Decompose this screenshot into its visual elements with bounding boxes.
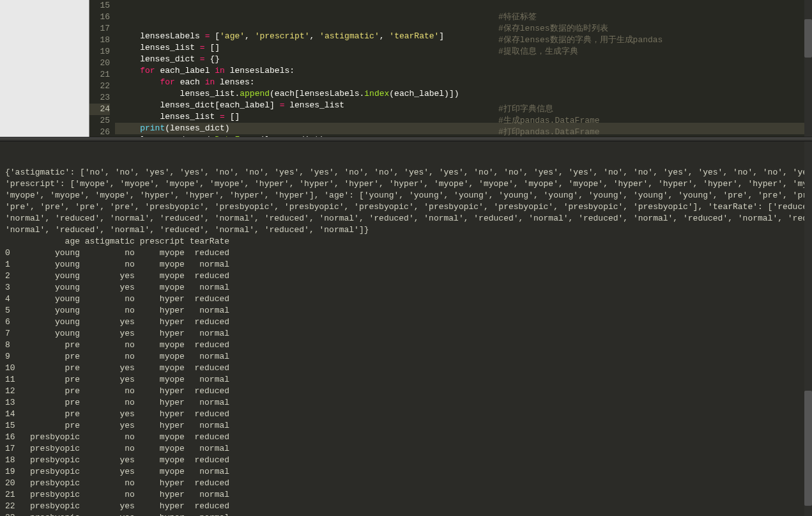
output-table-row: 22 presbyopic yes hyper reduced — [5, 501, 807, 512]
code-comment — [498, 81, 663, 92]
output-table-row: 8 pre no myope reduced — [5, 340, 807, 351]
output-table-row: 13 pre no hyper normal — [5, 397, 807, 409]
output-table-row: 2 young yes myope reduced — [5, 270, 807, 282]
line-number: 24 — [89, 104, 110, 115]
line-number: 19 — [89, 46, 110, 58]
output-table-row: 7 young yes hyper normal — [5, 328, 807, 340]
output-table-row: 23 presbyopic yes hyper normal — [5, 512, 807, 516]
editor-scrollbar-thumb[interactable] — [804, 19, 812, 58]
code-line[interactable]: lenses_dict = {} — [115, 54, 812, 65]
output-line: 'normal', 'reduced', 'normal', 'reduced'… — [5, 213, 807, 224]
output-table-header: age astigmatic prescript tearRate — [5, 236, 807, 247]
comment-column: #特征标签#保存lenses数据的临时列表#保存lenses数据的字典，用于生成… — [498, 0, 663, 137]
editor-panel: 151617181920212223242526 lensesLabels = … — [0, 0, 812, 137]
output-table-row: 14 pre yes hyper reduced — [5, 409, 807, 420]
code-line[interactable]: lenses_dict[each_label] = lenses_list — [115, 100, 812, 111]
code-comment — [498, 58, 663, 69]
output-line: 'myope', 'myope', 'myope', 'hyper', 'hyp… — [5, 190, 807, 201]
line-number: 15 — [89, 0, 110, 12]
line-number: 17 — [89, 23, 110, 35]
output-table-row: 9 pre no myope normal — [5, 351, 807, 363]
code-area[interactable]: lensesLabels = ['age', 'prescript', 'ast… — [115, 0, 812, 137]
output-table-row: 17 presbyopic no myope normal — [5, 443, 807, 455]
output-table-row: 11 pre yes myope normal — [5, 374, 807, 386]
line-number: 26 — [89, 127, 110, 138]
code-comment — [498, 69, 663, 81]
code-line[interactable]: for each in lenses: — [115, 77, 812, 88]
code-comment — [498, 0, 663, 12]
code-line[interactable]: for each_label in lensesLabels: — [115, 65, 812, 77]
code-line[interactable]: lensesLabels = ['age', 'prescript', 'ast… — [115, 31, 812, 42]
editor-scrollbar[interactable] — [804, 0, 812, 137]
output-line: {'astigmatic': ['no', 'no', 'yes', 'yes'… — [5, 167, 807, 178]
code-comment: #特征标签 — [498, 12, 663, 23]
code-comment — [498, 92, 663, 104]
line-number: 20 — [89, 58, 110, 69]
output-line: 'pre', 'pre', 'pre', 'pre', 'presbyopic'… — [5, 201, 807, 213]
output-table-row: 4 young no hyper reduced — [5, 293, 807, 305]
output-table-row: 0 young no myope reduced — [5, 247, 807, 259]
output-table-row: 3 young yes myope normal — [5, 282, 807, 293]
output-scrollbar[interactable] — [804, 141, 812, 516]
output-panel[interactable]: {'astigmatic': ['no', 'no', 'yes', 'yes'… — [0, 141, 812, 516]
output-table-row: 15 pre yes hyper normal — [5, 420, 807, 432]
code-comment: #保存lenses数据的临时列表 — [498, 23, 663, 35]
code-comment: #生成pandas.DataFrame — [498, 115, 663, 127]
line-number: 23 — [89, 92, 110, 104]
code-line[interactable]: print(lenses_dict) — [115, 123, 812, 134]
sidebar[interactable] — [0, 0, 89, 137]
line-number: 16 — [89, 12, 110, 23]
code-line[interactable] — [115, 19, 812, 31]
output-table-row: 12 pre no hyper reduced — [5, 386, 807, 397]
line-number-gutter: 151617181920212223242526 — [89, 0, 115, 137]
code-comment: #打印pandas.DataFrame — [498, 127, 663, 137]
output-scrollbar-thumb[interactable] — [804, 391, 812, 506]
line-number: 25 — [89, 115, 110, 127]
code-line[interactable]: lenses_list.append(each[lensesLabels.ind… — [115, 88, 812, 100]
code-line[interactable]: lenses_list = [] — [115, 111, 812, 123]
output-table-row: 5 young no hyper normal — [5, 305, 807, 317]
code-line[interactable]: lenses_list = [] — [115, 42, 812, 54]
output-table-row: 6 young yes hyper reduced — [5, 317, 807, 328]
output-table-row: 19 presbyopic yes myope normal — [5, 466, 807, 478]
line-number: 18 — [89, 35, 110, 46]
output-line: 'prescript': ['myope', 'myope', 'myope',… — [5, 178, 807, 190]
line-number: 21 — [89, 69, 110, 81]
output-table-row: 21 presbyopic no hyper normal — [5, 489, 807, 501]
code-comment: #提取信息，生成字典 — [498, 46, 663, 58]
output-table-row: 20 presbyopic no hyper reduced — [5, 478, 807, 489]
code-comment: #打印字典信息 — [498, 104, 663, 115]
code-comment: #保存lenses数据的字典，用于生成pandas — [498, 35, 663, 46]
output-line: 'normal', 'reduced', 'normal', 'reduced'… — [5, 224, 807, 236]
line-number: 22 — [89, 81, 110, 92]
output-table-row: 18 presbyopic yes myope reduced — [5, 455, 807, 466]
output-table-row: 1 young no myope normal — [5, 259, 807, 270]
output-table-row: 16 presbyopic no myope reduced — [5, 432, 807, 443]
output-table-row: 10 pre yes myope reduced — [5, 363, 807, 374]
code-line[interactable]: lenses_pd = pd.DataFrame(lenses_dict) — [115, 134, 812, 137]
